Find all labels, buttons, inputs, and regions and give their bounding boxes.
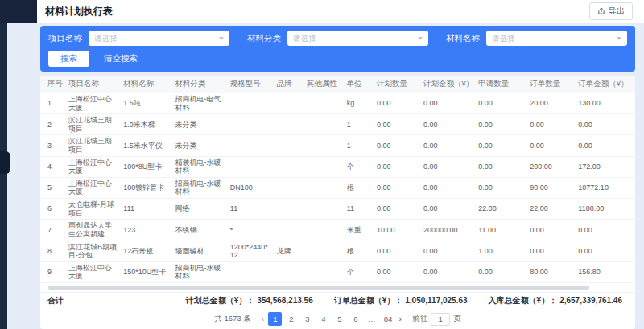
table-row: 2滨江花城三期项目1.0米木梯未分类10.000.000.000.000.00 [40,114,635,135]
table-cell: 根 [344,241,374,261]
table-cell: kg [344,93,374,114]
totals-row: 合计 计划总金额（¥）：354,568,213.56 订单总金额（¥）：1,05… [40,292,635,310]
table-cell: 精装机电-水暖材料 [172,156,227,177]
main-area: 材料计划执行表 导出 项目名称 材料分类 [7,0,644,329]
page-button[interactable]: 2 [284,312,298,326]
table-cell: 1 [40,93,65,114]
table-cell: 0.00 [420,199,475,220]
table-cell: 22.00 [475,199,526,220]
table-cell: 0.00 [575,220,635,241]
sidebar-drawer-handle[interactable] [0,151,10,174]
page-button[interactable]: 4 [316,312,330,326]
material-name-select[interactable] [486,31,627,46]
table-cell: 12石膏板 [120,241,171,261]
project-name-select[interactable] [89,31,229,46]
table-row: 4上海松江中心大厦100*8U型卡精装机电-水暖材料个0.000.000.002… [40,156,635,177]
material-category-select[interactable] [287,31,428,46]
table-cell [227,156,274,177]
table-row: 8滨江花城B期项目-分包12石膏板墙面辅材1200*2440*12龙牌根0.00… [40,241,635,261]
table-cell [303,156,344,177]
page-title: 材料计划执行表 [45,5,113,19]
next-page-icon[interactable]: › [397,315,403,323]
clear-search-button[interactable]: 清空搜索 [104,53,138,64]
table-card: 序号项目名称材料名称材料分类规格型号品牌其他属性单位计划数量计划金额（¥）申请数… [40,76,635,329]
table-cell: 米重 [344,220,374,241]
column-header: 计划金额（¥） [420,76,475,93]
material-name-input[interactable] [492,34,613,43]
table-cell: 100*8U型卡 [120,156,171,177]
horizontal-scrollbar[interactable] [47,285,629,290]
table-cell: * [227,220,274,241]
page-button[interactable]: 84 [381,312,394,326]
total-count: 共 1673 条 [214,314,250,324]
table-row: 1上海松江中心大厦1.5吨招商机电-电气材料kg0.000.000.0020.0… [40,93,635,114]
table-cell: 0.00 [420,177,475,198]
goto-page-input[interactable] [431,313,450,326]
page-ellipsis: ... [365,312,378,326]
page-button[interactable]: 1 [268,312,282,326]
table-cell: 111 [120,199,171,220]
page-button[interactable]: 3 [300,312,314,326]
table-cell: 1200*2440*12 [227,241,274,261]
table-cell [274,135,303,156]
filter-panel: 项目名称 材料分类 材料名称 [40,26,635,72]
table-cell: 7 [40,220,65,241]
table-cell: 200.00 [526,156,575,177]
table-cell [274,156,303,177]
table-cell [303,220,344,241]
table-cell: 123 [120,220,171,241]
search-button[interactable]: 搜索 [48,51,89,67]
table-cell: 0.00 [420,156,475,177]
table-cell: 0.00 [420,93,475,114]
table-cell: 200000.00 [420,220,475,241]
table-cell: 1 [344,114,374,135]
prev-page-icon[interactable]: ‹ [260,315,266,323]
project-name-input[interactable] [94,34,216,43]
table-cell: 22.00 [526,199,575,220]
export-button[interactable]: 导出 [589,2,633,20]
inbound-total: 入库总金额（¥）：2,657,339,761.46 [489,295,622,306]
table-cell [274,93,303,114]
table-cell: 1188.00 [575,199,635,220]
pagination: 共 1673 条 ‹ 123456...84 › 前往 页 [40,310,635,329]
table-cell: 3 [40,135,65,156]
chevron-down-icon [418,37,423,40]
page-button[interactable]: 6 [349,312,362,326]
table-cell [227,93,274,114]
table-cell: 11.00 [475,220,526,241]
table-cell: 0.00 [374,261,420,282]
table-cell [274,261,303,282]
table-cell: 0.00 [475,93,526,114]
table-cell: 0.00 [475,261,526,282]
table-cell: 0.00 [374,177,420,198]
material-category-label: 材料分类 [247,33,281,44]
page-button[interactable]: 5 [332,312,346,326]
table-cell [303,114,344,135]
totals-item-label: 订单总金额（¥）： [334,296,403,305]
table-cell: 0.00 [374,114,420,135]
filter-material-category: 材料分类 [247,31,428,46]
table-cell: 9 [40,261,65,282]
table-row: 9上海松江中心大厦150*10U型卡招商机电-水暖材料个0.000.000.00… [40,261,635,282]
material-category-input[interactable] [293,34,415,43]
table-cell: 6 [40,199,65,220]
table-cell: 0.00 [420,135,475,156]
table-cell [303,241,344,261]
table-cell [227,135,274,156]
totals-item-value: 354,568,213.56 [257,296,313,305]
table-cell: 0.00 [374,199,420,220]
table-cell: 100镀锌管卡 [120,177,171,198]
table-row: 7雨创晟达大学生公寓新建123不锈钢*米重10.00200000.0011.00… [40,220,635,241]
column-header: 计划数量 [374,76,420,93]
table-cell: 4 [40,156,65,177]
project-name-label: 项目名称 [48,33,82,44]
horizontal-scrollbar-thumb[interactable] [48,286,589,290]
table-cell: 80.00 [526,261,575,282]
table-cell [227,114,274,135]
table-cell: 滨江花城三期项目 [65,114,120,135]
table-cell: 上海松江中心大厦 [65,93,120,114]
table-cell: 20.00 [526,93,575,114]
table-header-row: 序号项目名称材料名称材料分类规格型号品牌其他属性单位计划数量计划金额（¥）申请数… [40,76,635,93]
table-cell: 5 [40,177,65,198]
table-cell: 滨江花城B期项目-分包 [65,241,120,261]
